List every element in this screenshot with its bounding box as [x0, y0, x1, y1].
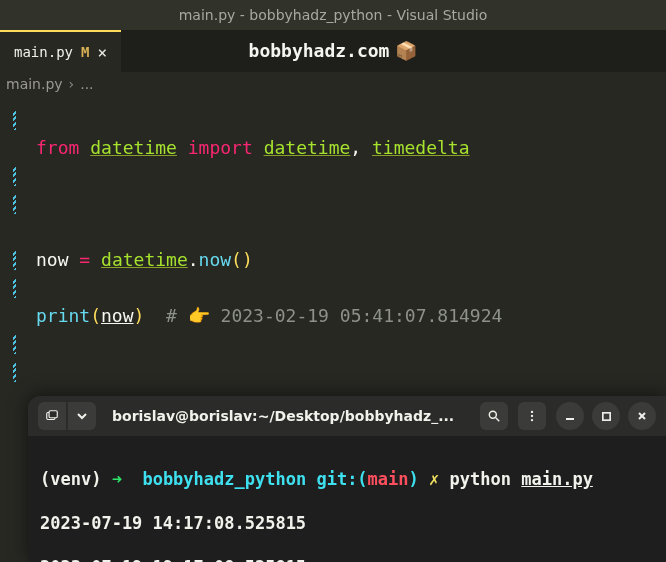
- chevron-down-icon: [77, 411, 87, 421]
- menu-button[interactable]: [518, 402, 546, 430]
- kebab-icon: [525, 409, 539, 423]
- terminal-line: 2023-07-19 14:17:08.525815: [40, 512, 654, 534]
- maximize-icon: [601, 411, 612, 422]
- tab-dropdown-button[interactable]: [68, 402, 96, 430]
- terminal-body[interactable]: (venv) ➜ bobbyhadz_python git:(main) ✗ p…: [28, 436, 666, 562]
- breadcrumb[interactable]: main.py › ...: [0, 72, 666, 96]
- svg-line-3: [496, 418, 500, 422]
- terminal-line: 2023-07-19 19:17:08.525815: [40, 556, 654, 562]
- maximize-button[interactable]: [592, 402, 620, 430]
- window-title: main.py - bobbyhadz_python - Visual Stud…: [179, 7, 488, 23]
- svg-point-4: [531, 411, 533, 413]
- new-tab-button[interactable]: [38, 402, 66, 430]
- watermark: bobbyhadz.com 📦: [249, 40, 418, 61]
- cube-icon: 📦: [395, 40, 417, 61]
- close-icon[interactable]: ×: [97, 43, 107, 62]
- minimize-icon: [564, 410, 576, 422]
- terminal-titlebar: borislav@borislav:~/Desktop/bobbyhadz_..…: [28, 396, 666, 436]
- svg-point-6: [531, 419, 533, 421]
- window-title-bar: main.py - bobbyhadz_python - Visual Stud…: [0, 0, 666, 30]
- breadcrumb-file: main.py: [6, 76, 63, 92]
- search-icon: [487, 409, 501, 423]
- search-button[interactable]: [480, 402, 508, 430]
- svg-point-2: [489, 411, 496, 418]
- minimize-button[interactable]: [556, 402, 584, 430]
- watermark-text: bobbyhadz.com: [249, 40, 390, 61]
- gutter: [0, 106, 20, 386]
- chevron-right-icon: ›: [69, 76, 75, 92]
- svg-rect-1: [49, 411, 57, 418]
- tab-modified-indicator: M: [81, 44, 89, 60]
- close-icon: [636, 410, 648, 422]
- tab-main-py[interactable]: main.py M ×: [0, 30, 121, 72]
- terminal-tab-group: [38, 402, 96, 430]
- terminal-window: borislav@borislav:~/Desktop/bobbyhadz_..…: [28, 396, 666, 562]
- close-button[interactable]: [628, 402, 656, 430]
- terminal-title: borislav@borislav:~/Desktop/bobbyhadz_..…: [106, 408, 470, 424]
- terminal-line: (venv) ➜ bobbyhadz_python git:(main) ✗ p…: [40, 468, 654, 490]
- tab-row: main.py M × bobbyhadz.com 📦: [0, 30, 666, 72]
- tab-filename: main.py: [14, 44, 73, 60]
- svg-rect-8: [602, 412, 609, 419]
- svg-point-5: [531, 415, 533, 417]
- breadcrumb-more: ...: [80, 76, 93, 92]
